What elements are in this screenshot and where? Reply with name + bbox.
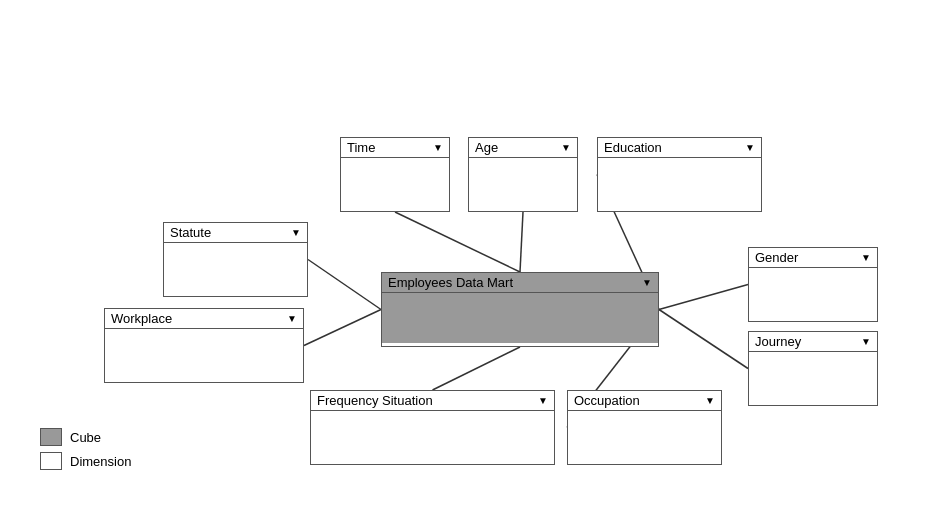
node-body-statute (164, 243, 307, 293)
node-body-education (598, 158, 761, 208)
diagram-container: Cube Dimension Time▼Age▼Education▼Statut… (0, 0, 943, 520)
node-label-statute: Statute (170, 225, 211, 240)
node-header-frequency: Frequency Situation▼ (311, 391, 554, 411)
svg-line-7 (433, 347, 521, 390)
node-header-time: Time▼ (341, 138, 449, 158)
svg-line-0 (395, 212, 520, 272)
legend-cube: Cube (40, 428, 131, 446)
node-body-age (469, 158, 577, 208)
node-label-workplace: Workplace (111, 311, 172, 326)
legend-dimension-label: Dimension (70, 454, 131, 469)
svg-line-5 (304, 310, 381, 346)
node-arrow-workplace[interactable]: ▼ (287, 313, 297, 324)
svg-line-3 (308, 260, 381, 310)
node-header-workplace: Workplace▼ (105, 309, 303, 329)
legend-dimension-box (40, 452, 62, 470)
node-time[interactable]: Time▼ (340, 137, 450, 212)
node-label-education: Education (604, 140, 662, 155)
node-header-gender: Gender▼ (749, 248, 877, 268)
node-employees[interactable]: Employees Data Mart▼ (381, 272, 659, 347)
svg-line-6 (659, 310, 748, 369)
node-arrow-gender[interactable]: ▼ (861, 252, 871, 263)
node-header-statute: Statute▼ (164, 223, 307, 243)
node-header-journey: Journey▼ (749, 332, 877, 352)
node-body-employees (382, 293, 658, 343)
legend: Cube Dimension (40, 428, 131, 470)
node-label-journey: Journey (755, 334, 801, 349)
node-body-journey (749, 352, 877, 402)
node-label-age: Age (475, 140, 498, 155)
node-statute[interactable]: Statute▼ (163, 222, 308, 297)
node-arrow-statute[interactable]: ▼ (291, 227, 301, 238)
node-workplace[interactable]: Workplace▼ (104, 308, 304, 383)
node-header-age: Age▼ (469, 138, 577, 158)
node-journey[interactable]: Journey▼ (748, 331, 878, 406)
node-arrow-journey[interactable]: ▼ (861, 336, 871, 347)
node-age[interactable]: Age▼ (468, 137, 578, 212)
node-label-time: Time (347, 140, 375, 155)
node-arrow-occupation[interactable]: ▼ (705, 395, 715, 406)
node-label-occupation: Occupation (574, 393, 640, 408)
node-arrow-frequency[interactable]: ▼ (538, 395, 548, 406)
node-body-occupation (568, 411, 721, 461)
legend-cube-box (40, 428, 62, 446)
node-arrow-age[interactable]: ▼ (561, 142, 571, 153)
node-label-gender: Gender (755, 250, 798, 265)
node-body-time (341, 158, 449, 208)
legend-dimension: Dimension (40, 452, 131, 470)
legend-cube-label: Cube (70, 430, 101, 445)
node-education[interactable]: Education▼ (597, 137, 762, 212)
node-body-frequency (311, 411, 554, 461)
node-arrow-education[interactable]: ▼ (745, 142, 755, 153)
node-arrow-employees[interactable]: ▼ (642, 277, 652, 288)
node-label-frequency: Frequency Situation (317, 393, 433, 408)
node-body-workplace (105, 329, 303, 379)
svg-line-1 (520, 212, 523, 272)
node-occupation[interactable]: Occupation▼ (567, 390, 722, 465)
node-frequency[interactable]: Frequency Situation▼ (310, 390, 555, 465)
node-header-employees: Employees Data Mart▼ (382, 273, 658, 293)
node-gender[interactable]: Gender▼ (748, 247, 878, 322)
node-header-occupation: Occupation▼ (568, 391, 721, 411)
node-arrow-time[interactable]: ▼ (433, 142, 443, 153)
svg-line-4 (659, 285, 748, 310)
node-label-employees: Employees Data Mart (388, 275, 513, 290)
node-header-education: Education▼ (598, 138, 761, 158)
node-body-gender (749, 268, 877, 318)
